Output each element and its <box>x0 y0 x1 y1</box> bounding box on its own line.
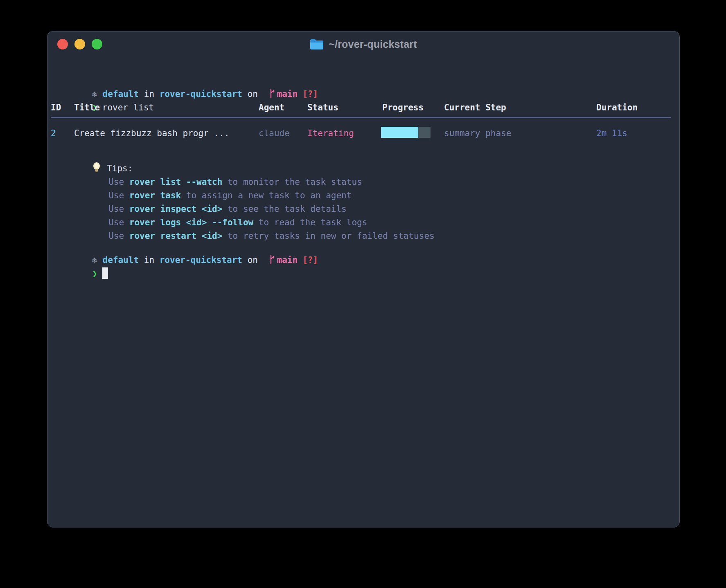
input-line[interactable]: ❯ <box>51 254 676 267</box>
prompt-line: ❄default in rover-quickstart on main[?] <box>51 74 676 88</box>
tip-command: rover restart <id> <box>129 231 223 241</box>
text-cursor <box>102 267 108 279</box>
maximize-button[interactable] <box>92 39 102 49</box>
task-status: Iterating <box>307 127 354 140</box>
table-header-row: ID Title Agent Status Progress Current S… <box>51 101 676 114</box>
tip-rest: to retry tasks in new or failed statuses <box>222 231 434 241</box>
header-id: ID <box>51 101 61 114</box>
table-row[interactable]: 2 Create fizzbuzz bash progr ... claude … <box>51 127 676 140</box>
window-controls <box>57 39 102 49</box>
header-progress: Progress <box>382 101 424 114</box>
tip-line: Use rover inspect <id> to see the task d… <box>51 189 676 202</box>
prompt-line: ❄default in rover-quickstart on main[?] <box>51 240 676 254</box>
header-agent: Agent <box>259 101 284 114</box>
tip-line: Use rover list --watch to monitor the ta… <box>51 162 676 175</box>
desktop-background: ~/rover-quickstart ❄default in rover-qui… <box>0 0 726 588</box>
header-current-step: Current Step <box>444 101 506 114</box>
terminal-window: ~/rover-quickstart ❄default in rover-qui… <box>47 31 680 527</box>
task-id: 2 <box>51 127 56 140</box>
header-title: Title <box>74 101 100 114</box>
tip-line: Use rover restart <id> to retry tasks in… <box>51 216 676 229</box>
task-duration: 2m 11s <box>596 127 627 140</box>
folder-icon <box>310 39 324 50</box>
progress-bar <box>381 127 431 138</box>
table-separator <box>51 117 671 118</box>
titlebar[interactable]: ~/rover-quickstart <box>47 31 679 57</box>
task-agent: claude <box>259 127 290 140</box>
terminal-content[interactable]: ❄default in rover-quickstart on main[?] … <box>47 57 679 270</box>
task-current-step: summary phase <box>444 127 511 140</box>
tip-line: Use rover task to assign a new task to a… <box>51 175 676 189</box>
task-title: Create fizzbuzz bash progr ... <box>74 127 229 140</box>
command-line: ❯rover list <box>51 88 676 101</box>
close-button[interactable] <box>57 39 68 49</box>
window-title-area: ~/rover-quickstart <box>47 31 679 57</box>
prompt-chevron: ❯ <box>92 269 97 278</box>
tip-prefix: Use <box>108 231 129 241</box>
progress-fill <box>381 127 418 138</box>
tip-line: Use rover logs <id> --follow to read the… <box>51 202 676 216</box>
minimize-button[interactable] <box>74 39 85 49</box>
header-status: Status <box>307 101 338 114</box>
header-duration: Duration <box>596 101 638 114</box>
window-title: ~/rover-quickstart <box>329 38 417 50</box>
tips-heading-line: Tips: <box>51 148 676 162</box>
